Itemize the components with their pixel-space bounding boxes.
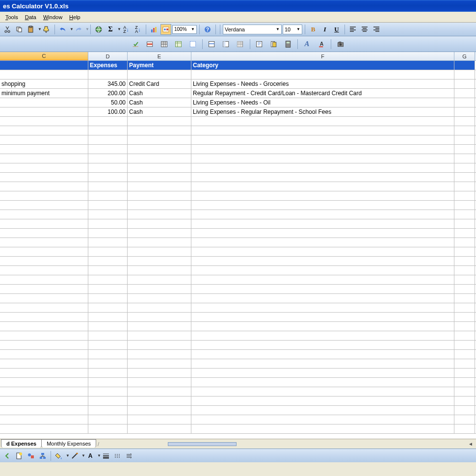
cell-F[interactable] <box>191 201 454 210</box>
cell-D[interactable] <box>88 191 128 200</box>
bt-org-button[interactable] <box>37 450 48 461</box>
cell-F[interactable] <box>191 126 454 135</box>
zoom-select[interactable]: 100%▼ <box>172 25 197 34</box>
cell-F[interactable] <box>191 173 454 182</box>
cell-E[interactable] <box>128 201 191 210</box>
cell-C[interactable] <box>0 191 88 200</box>
cell-G[interactable] <box>454 322 475 331</box>
cell-F[interactable] <box>191 406 454 415</box>
cell-C[interactable] <box>0 303 88 312</box>
tb2-validate-button[interactable] <box>130 38 142 51</box>
cell-G[interactable] <box>454 238 475 247</box>
help-button[interactable]: ? <box>202 24 213 35</box>
cell-E[interactable]: Payment <box>128 61 191 70</box>
cell-D[interactable]: Expenses <box>88 61 128 70</box>
cell-F[interactable] <box>191 322 454 331</box>
cell-F[interactable] <box>191 135 454 144</box>
menu-tools[interactable]: Tools <box>2 13 22 21</box>
font-size-select[interactable]: 10▼ <box>283 25 302 34</box>
cell-G[interactable] <box>454 210 475 219</box>
cell-G[interactable] <box>454 397 475 405</box>
bt-arrow-style-button[interactable] <box>124 450 135 461</box>
cell-E[interactable] <box>128 126 191 135</box>
cell-D[interactable] <box>88 406 128 415</box>
cell-C[interactable] <box>0 145 88 154</box>
cell-D[interactable]: 200.00 <box>88 89 128 98</box>
cell-C[interactable] <box>0 415 88 424</box>
tb2-camera-button[interactable] <box>334 38 347 51</box>
cell-C[interactable] <box>0 424 88 433</box>
cell-G[interactable] <box>454 70 475 79</box>
cell-G[interactable] <box>454 303 475 312</box>
cell-C[interactable] <box>0 107 88 116</box>
cell-D[interactable] <box>88 331 128 340</box>
sheet-tab-2[interactable]: Monthly Expenses <box>41 439 96 448</box>
cell-E[interactable] <box>128 210 191 219</box>
paste-button[interactable] <box>26 24 36 35</box>
cell-E[interactable] <box>128 154 191 163</box>
cell-F[interactable]: Regular Repayment - Credit Card/Loan - M… <box>191 89 454 98</box>
cell-C[interactable] <box>0 266 88 275</box>
cell-D[interactable] <box>88 397 128 405</box>
tb2-properties-button[interactable] <box>253 38 266 51</box>
cell-C[interactable] <box>0 201 88 210</box>
cell-C[interactable] <box>0 313 88 321</box>
cell-G[interactable] <box>454 163 475 172</box>
menu-window[interactable]: Window <box>40 13 66 21</box>
cell-D[interactable] <box>88 322 128 331</box>
autosum-dropdown-icon[interactable]: ▼ <box>117 27 120 31</box>
cell-D[interactable] <box>88 173 128 182</box>
cell-F[interactable] <box>191 70 454 79</box>
cell-F[interactable] <box>191 341 454 349</box>
cell-G[interactable] <box>454 219 475 228</box>
cell-C[interactable] <box>0 61 88 70</box>
cell-F[interactable] <box>191 294 454 303</box>
sort-desc-button[interactable]: ZA↓ <box>132 24 143 35</box>
cell-D[interactable] <box>88 378 128 387</box>
cell-C[interactable] <box>0 135 88 144</box>
col-header-G[interactable]: G <box>454 52 475 60</box>
cut-button[interactable] <box>2 24 13 35</box>
hyperlink-button[interactable] <box>93 24 104 35</box>
cell-D[interactable] <box>88 313 128 321</box>
cell-G[interactable] <box>454 182 475 191</box>
col-header-E[interactable]: E <box>128 52 191 60</box>
cell-E[interactable] <box>128 313 191 321</box>
cell-C[interactable] <box>0 173 88 182</box>
cell-E[interactable] <box>128 247 191 256</box>
cell-E[interactable] <box>128 182 191 191</box>
cell-D[interactable] <box>88 303 128 312</box>
cell-G[interactable] <box>454 61 475 70</box>
bt-back-button[interactable] <box>2 450 13 461</box>
cell-E[interactable]: Cash <box>128 89 191 98</box>
cell-E[interactable] <box>128 415 191 424</box>
cell-D[interactable]: 100.00 <box>88 107 128 116</box>
cell-C[interactable] <box>0 341 88 349</box>
cell-G[interactable] <box>454 331 475 340</box>
cell-F[interactable] <box>191 257 454 265</box>
cell-G[interactable] <box>454 359 475 368</box>
bt-dash-button[interactable] <box>112 450 123 461</box>
underline-button[interactable]: U <box>331 24 342 35</box>
cell-C[interactable] <box>0 154 88 163</box>
undo-dropdown-icon[interactable]: ▼ <box>70 27 72 31</box>
cell-G[interactable] <box>454 247 475 256</box>
bt-font-color-button[interactable]: A <box>85 450 96 461</box>
cell-E[interactable] <box>128 397 191 405</box>
redo-button[interactable] <box>73 24 84 35</box>
cell-D[interactable] <box>88 210 128 219</box>
cell-E[interactable] <box>128 145 191 154</box>
cell-C[interactable] <box>0 397 88 405</box>
cell-E[interactable] <box>128 266 191 275</box>
cell-F[interactable] <box>191 313 454 321</box>
cell-G[interactable] <box>454 89 475 98</box>
cell-F[interactable] <box>191 424 454 433</box>
cell-E[interactable]: Cash <box>128 98 191 107</box>
scroll-left-icon[interactable]: ◄ <box>468 441 473 447</box>
cell-F[interactable] <box>191 378 454 387</box>
cell-C[interactable] <box>0 229 88 238</box>
align-left-button[interactable] <box>347 24 358 35</box>
cell-E[interactable] <box>128 163 191 172</box>
col-header-C[interactable]: C <box>0 52 88 60</box>
cell-E[interactable] <box>128 275 191 284</box>
